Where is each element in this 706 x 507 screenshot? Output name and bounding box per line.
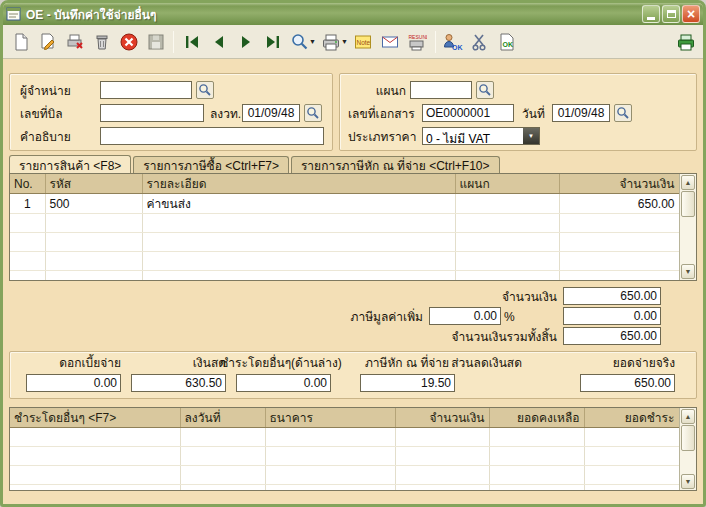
print-form-icon: RESUNL: [407, 32, 427, 52]
bill-date-lookup-button[interactable]: [304, 104, 322, 122]
col-paid: ยอดชำระ: [584, 408, 679, 428]
note-button[interactable]: Note: [350, 28, 377, 56]
cut-button[interactable]: [467, 28, 494, 56]
cancel-button[interactable]: [115, 28, 142, 56]
discount-label: ส่วนลดเงินสด: [430, 356, 522, 370]
scissors-icon: [470, 32, 490, 52]
other-payment-input[interactable]: 0.00: [236, 374, 331, 392]
scroll-up-icon: ▲: [685, 179, 692, 186]
void-document-button[interactable]: [61, 28, 88, 56]
printer-icon: [321, 32, 341, 52]
department-input[interactable]: [410, 81, 472, 99]
supplier-group: ผู้จำหน่าย เลขที่บิล ลงวท. คำอธิบาย: [9, 73, 333, 151]
svg-text:OK: OK: [452, 43, 463, 50]
price-type-label: ประเภทราคา: [348, 130, 416, 144]
scroll-up-button[interactable]: ▲: [681, 409, 695, 424]
previous-record-icon: [209, 32, 229, 52]
tab-purchase-tax[interactable]: รายการภาษีซื้อ <Ctrl+F7>: [133, 156, 289, 174]
scrollbar-thumb[interactable]: [681, 425, 695, 451]
scrollbar-thumb[interactable]: [681, 191, 695, 217]
save-icon: [146, 32, 166, 52]
scroll-down-button[interactable]: ▼: [681, 264, 695, 279]
scroll-up-button[interactable]: ▲: [681, 175, 695, 190]
minimize-button[interactable]: [642, 5, 660, 23]
supplier-label: ผู้จำหน่าย: [20, 84, 71, 98]
bill-no-input[interactable]: [100, 104, 204, 122]
table-row[interactable]: 1 500 ค่าขนส่ง 650.00: [10, 194, 679, 214]
print-dropdown-icon[interactable]: ▼: [341, 38, 348, 45]
doc-date-lookup-button[interactable]: [614, 104, 632, 122]
search-icon: [306, 106, 320, 120]
doc-no-input[interactable]: [422, 104, 514, 122]
first-record-button[interactable]: [178, 28, 205, 56]
chevron-down-icon[interactable]: ▼: [523, 128, 539, 144]
tab-items[interactable]: รายการสินค้า <F8>: [9, 155, 131, 174]
col-amount: จำนวนเงิน: [559, 174, 679, 194]
summary-amount-label: จำนวนเงิน: [303, 290, 557, 304]
search-icon: [290, 32, 310, 52]
percent-symbol: %: [504, 310, 515, 324]
search-icon: [616, 106, 630, 120]
svg-text:Note: Note: [357, 38, 371, 45]
window-title: OE - บันทึกค่าใช้จ่ายอื่นๆ: [26, 5, 640, 24]
col-other-payment: ชำระโดยอื่นๆ <F7>: [10, 408, 180, 428]
payment-scrollbar[interactable]: ▲ ▼: [679, 408, 696, 490]
print-green-button[interactable]: [672, 28, 699, 56]
vat-percent-input[interactable]: 0.00: [429, 307, 501, 325]
supplier-lookup-button[interactable]: [196, 81, 214, 99]
new-document-button[interactable]: [7, 28, 34, 56]
send-mail-button[interactable]: [377, 28, 404, 56]
maximize-button[interactable]: [662, 5, 680, 23]
last-record-icon: [263, 32, 283, 52]
app-icon: [6, 6, 22, 22]
cell-description: ค่าขนส่ง: [142, 194, 455, 214]
empty-row: [10, 485, 679, 491]
col-bank: ธนาคาร: [265, 408, 395, 428]
items-header-row: No. รหัส รายละเอียด แผนก จำนวนเงิน: [10, 174, 679, 194]
bill-date-label: ลงวท.: [210, 107, 241, 121]
cash-input[interactable]: 630.50: [131, 374, 226, 392]
search-icon: [198, 83, 212, 97]
last-record-button[interactable]: [259, 28, 286, 56]
minimize-icon: [647, 17, 655, 20]
title-bar: OE - บันทึกค่าใช้จ่ายอื่นๆ ×: [3, 3, 703, 25]
vat-label: ภาษีมูลค่าเพิ่ม: [253, 310, 423, 324]
items-scrollbar[interactable]: ▲ ▼: [679, 174, 696, 280]
department-lookup-button[interactable]: [476, 81, 494, 99]
toolbar-separator: [435, 31, 436, 53]
delete-button[interactable]: [88, 28, 115, 56]
next-record-icon: [236, 32, 256, 52]
toolbar: ▼ ▼ Note RESUNL OK OK: [3, 25, 703, 59]
bill-date-input[interactable]: [242, 104, 300, 122]
description-input[interactable]: [100, 127, 324, 145]
price-type-select[interactable]: 0 - ไม่มี VAT ▼: [422, 127, 540, 145]
print-form-button[interactable]: RESUNL: [404, 28, 431, 56]
search-dropdown-icon[interactable]: ▼: [309, 38, 316, 45]
col-code: รหัส: [45, 174, 142, 194]
interest-input[interactable]: 0.00: [26, 374, 121, 392]
confirm-button[interactable]: OK: [494, 28, 521, 56]
cell-amount: 650.00: [559, 194, 679, 214]
confirm-document-icon: OK: [497, 32, 517, 52]
grand-total-label: จำนวนเงินรวมทั้งสิ้น: [303, 330, 557, 344]
items-table: No. รหัส รายละเอียด แผนก จำนวนเงิน 1 500…: [10, 174, 679, 280]
cancel-icon: [119, 32, 139, 52]
supplier-input[interactable]: [100, 81, 192, 99]
other-payment-label: ชำระโดยอื่นๆ(ด้านล่าง): [206, 356, 356, 370]
save-button: [142, 28, 169, 56]
scroll-up-icon: ▲: [685, 413, 692, 420]
tab-withholding-tax[interactable]: รายการภาษีหัก ณ ที่จ่าย <Ctrl+F10>: [291, 156, 500, 174]
approve-button[interactable]: OK: [440, 28, 467, 56]
scroll-down-icon: ▼: [685, 268, 692, 275]
doc-date-input[interactable]: [552, 104, 610, 122]
empty-row: [10, 428, 679, 447]
next-record-button[interactable]: [232, 28, 259, 56]
payment-table-panel: ชำระโดยอื่นๆ <F7> ลงวันที่ ธนาคาร จำนวนเ…: [9, 407, 697, 491]
edit-document-button[interactable]: [34, 28, 61, 56]
trash-icon: [92, 32, 112, 52]
previous-record-button[interactable]: [205, 28, 232, 56]
wht-input[interactable]: 19.50: [360, 374, 455, 392]
svg-text:RESUNL: RESUNL: [409, 33, 428, 39]
scroll-down-button[interactable]: ▼: [681, 474, 695, 489]
close-button[interactable]: ×: [682, 5, 700, 23]
